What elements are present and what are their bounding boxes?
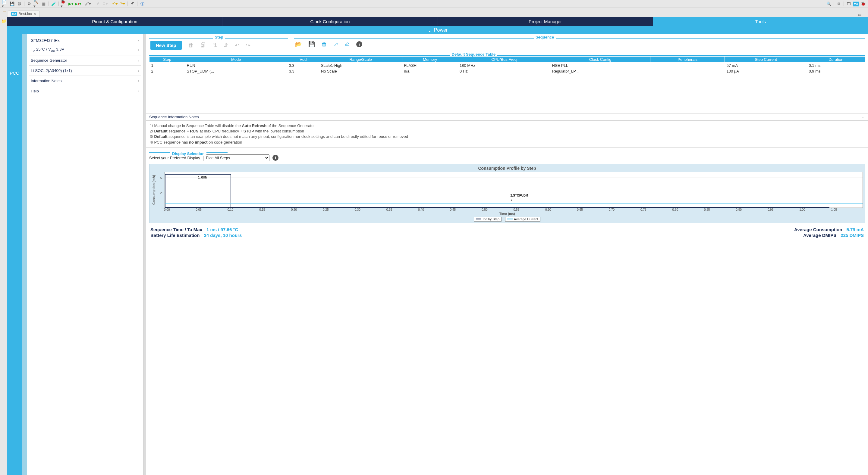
chart-title: Consumption Profile by Step bbox=[151, 165, 863, 172]
info-icon[interactable]: i bbox=[356, 41, 362, 47]
seq-table-label: Default Sequence Table bbox=[450, 52, 498, 57]
splitter[interactable] bbox=[143, 34, 146, 475]
chevron-down-icon: ⌄ bbox=[862, 115, 865, 119]
left-item-help[interactable]: Help › bbox=[29, 86, 141, 96]
info-icon[interactable]: i bbox=[273, 155, 278, 161]
tab-tools[interactable]: Tools bbox=[653, 17, 868, 26]
display-select[interactable]: Plot: All Steps bbox=[203, 155, 270, 161]
left-item-device[interactable]: STM32F427IIHx › bbox=[29, 37, 141, 44]
run-icon[interactable]: ▶▾ bbox=[68, 1, 74, 7]
stepout-icon[interactable]: ↱ bbox=[95, 1, 101, 7]
chevron-right-icon: › bbox=[138, 38, 139, 43]
compare-icon[interactable]: ⚖ bbox=[345, 41, 350, 47]
save-icon[interactable]: 💾 bbox=[9, 1, 15, 7]
seq-col-header[interactable]: Vdd bbox=[287, 57, 319, 63]
gear-icon[interactable]: ⚙ bbox=[26, 1, 32, 7]
power-banner[interactable]: ⌄ Power bbox=[7, 26, 868, 34]
editor-tab-row: ▭ MX *test.ioc ✕ ▭ ◻ bbox=[0, 8, 868, 17]
move-down-icon[interactable]: ⇵ bbox=[224, 42, 228, 49]
new-icon[interactable]: 📄▾ bbox=[2, 1, 8, 7]
fwd-icon[interactable]: ↷▾ bbox=[119, 1, 125, 7]
footer-stats: Sequence Time / Ta Max1 ms / 97.66 °C Ba… bbox=[146, 225, 868, 240]
table-row[interactable]: 1RUN3.3Scale1-HighFLASH180 MHzHSE PLL57 … bbox=[150, 63, 865, 69]
chart-legend: Idd by Step Average Current bbox=[151, 216, 863, 222]
seq-col-header[interactable]: Clock Config bbox=[550, 57, 650, 63]
close-icon[interactable]: ✕ bbox=[33, 12, 36, 16]
hammer-icon[interactable]: 🔨▾ bbox=[33, 1, 39, 7]
display-sel-prompt: Select your Preferred Display bbox=[149, 156, 200, 160]
chevron-right-icon: › bbox=[138, 89, 139, 93]
seq-col-header[interactable]: Step Current bbox=[725, 57, 807, 63]
seq-col-header[interactable]: Range/Scale bbox=[319, 57, 402, 63]
delete-seq-icon[interactable]: 🗑 bbox=[321, 41, 327, 47]
tab-project-manager[interactable]: Project Manager bbox=[438, 17, 653, 26]
chart-ylabel: Consumption (mA) bbox=[151, 172, 156, 208]
sequence-section: Sequence 📂 💾 🗑 ↗ ⚖ i bbox=[294, 36, 865, 50]
save-all-icon[interactable]: 🗐 bbox=[16, 1, 22, 7]
left-item-info-notes[interactable]: Information Notes › bbox=[29, 76, 141, 86]
chevron-right-icon: › bbox=[138, 78, 139, 83]
tab-pinout[interactable]: Pinout & Configuration bbox=[7, 17, 222, 26]
info-notes-header[interactable]: Sequence Information Notes ⌄ bbox=[146, 113, 868, 121]
runconfig-icon[interactable]: ▶●▾ bbox=[75, 1, 81, 7]
open-seq-icon[interactable]: 📂 bbox=[295, 41, 302, 47]
power-banner-label: Power bbox=[434, 27, 447, 33]
stepin-icon[interactable]: ↧▾ bbox=[102, 1, 108, 7]
left-item-conditions[interactable]: TA 25°C / VDD 3.3V › bbox=[29, 44, 141, 56]
wand-icon[interactable]: 🖊▾ bbox=[85, 1, 91, 7]
side-icon-column: 📁 bbox=[0, 17, 7, 475]
seq-col-header[interactable]: CPU/Bus Freq bbox=[458, 57, 550, 63]
left-item-battery[interactable]: Li-SOCL2(A3400) (1x1) › bbox=[29, 66, 141, 76]
step-section-label: Step bbox=[213, 35, 225, 39]
back-icon[interactable]: ↶▾ bbox=[112, 1, 118, 7]
open-persp-icon[interactable]: ⧉ bbox=[836, 1, 842, 7]
config-nav-tabs: Pinout & Configuration Clock Configurati… bbox=[7, 17, 868, 26]
undo-icon[interactable]: ↶ bbox=[235, 42, 239, 49]
editor-tab-label: *test.ioc bbox=[19, 12, 32, 16]
editor-tab[interactable]: MX *test.ioc ✕ bbox=[8, 10, 39, 17]
restore-icon[interactable]: ▭ bbox=[2, 10, 6, 14]
top-toolbar: 📄▾ 💾 🗐 ⚙ 🔨▾ ▦ 🧪 🐞▾ ▶▾ ▶●▾ 🖊▾ ↱ ↧▾ ↶▾ ↷▾ … bbox=[0, 0, 868, 8]
chevron-down-icon: ⌄ bbox=[428, 27, 432, 33]
consumption-chart: Consumption Profile by Step Consumption … bbox=[149, 164, 865, 223]
step-section: Step New Step 🗑 🗐 ⇅ ⇵ ↶ ↷ bbox=[149, 36, 288, 53]
minimize-icon[interactable]: ▭ bbox=[858, 13, 861, 17]
chart-plot-area: ↑1:RUN2:STOPUDM↓ bbox=[164, 172, 863, 208]
chart-xlabel: Time (ms) bbox=[151, 211, 863, 216]
redo-icon[interactable]: ↷ bbox=[246, 42, 250, 49]
tab-clock[interactable]: Clock Configuration bbox=[222, 17, 438, 26]
chip-icon[interactable]: ▦ bbox=[41, 1, 47, 7]
move-up-icon[interactable]: ⇅ bbox=[213, 42, 217, 49]
chevron-right-icon: › bbox=[138, 68, 139, 73]
flask-icon[interactable]: 🧪 bbox=[51, 1, 57, 7]
display-sel-label: Display Selection bbox=[170, 151, 207, 156]
seq-col-header[interactable]: Memory bbox=[402, 57, 458, 63]
new-step-button[interactable]: New Step bbox=[150, 41, 182, 50]
project-explorer-icon[interactable]: 📁 bbox=[1, 19, 6, 24]
pcc-col-spacer bbox=[22, 34, 27, 475]
seq-col-header[interactable]: Duration bbox=[807, 57, 865, 63]
search-icon[interactable]: 🔍 bbox=[826, 1, 832, 7]
delete-step-icon[interactable]: 🗑 bbox=[188, 42, 194, 48]
info-icon[interactable]: ⓘ bbox=[139, 1, 145, 7]
debug-icon[interactable]: 🐞▾ bbox=[61, 1, 67, 7]
sequence-table[interactable]: StepModeVddRange/ScaleMemoryCPU/Bus Freq… bbox=[149, 56, 865, 74]
pcc-right-panel: Step New Step 🗑 🗐 ⇅ ⇵ ↶ ↷ S bbox=[146, 34, 868, 475]
pcc-tab[interactable]: PCC bbox=[7, 34, 22, 475]
persp-debug-icon[interactable]: 🐞 bbox=[860, 1, 866, 7]
chevron-right-icon: › bbox=[138, 58, 139, 63]
perspective-icon[interactable]: 🗗 bbox=[129, 1, 135, 7]
seq-col-header[interactable]: Mode bbox=[185, 57, 287, 63]
duplicate-step-icon[interactable]: 🗐 bbox=[200, 42, 206, 48]
table-row[interactable]: 2STOP_UDM (...3.3No Scalen/a0 HzRegulato… bbox=[150, 68, 865, 74]
seq-col-header[interactable]: Peripherals bbox=[650, 57, 725, 63]
left-item-sequence-generator[interactable]: Sequence Generator › bbox=[29, 56, 141, 66]
persp-cc-icon[interactable]: 🗔 bbox=[846, 1, 852, 7]
persp-mx-icon[interactable]: MX bbox=[853, 1, 859, 7]
pcc-left-panel: STM32F427IIHx › TA 25°C / VDD 3.3V › Seq… bbox=[27, 34, 143, 475]
save-seq-icon[interactable]: 💾 bbox=[308, 41, 315, 47]
export-seq-icon[interactable]: ↗ bbox=[334, 41, 338, 47]
maximize-icon[interactable]: ◻ bbox=[863, 13, 866, 17]
mx-badge-icon: MX bbox=[11, 12, 17, 15]
seq-col-header[interactable]: Step bbox=[150, 57, 185, 63]
